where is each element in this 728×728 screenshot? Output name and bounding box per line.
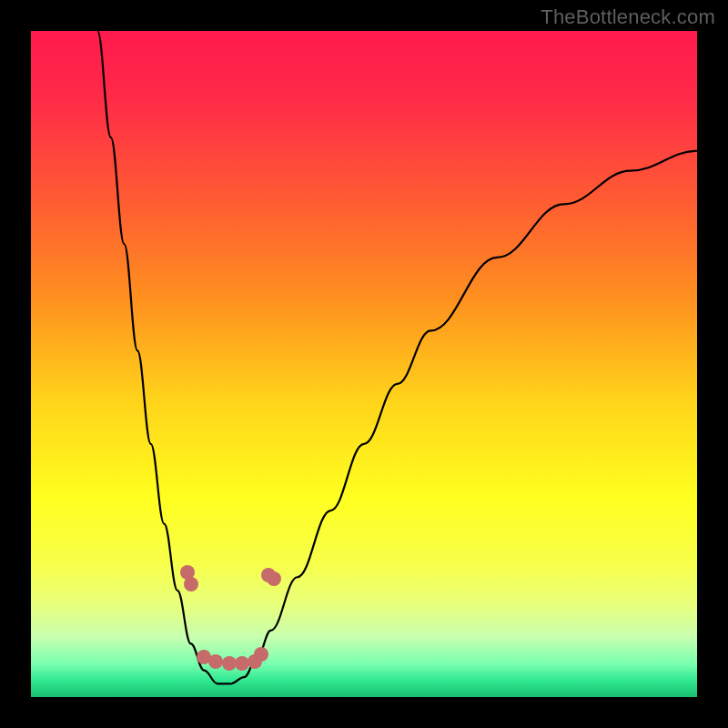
marker-dot [184, 577, 198, 592]
marker-group [180, 565, 281, 671]
marker-dot [267, 571, 281, 586]
marker-dot [208, 654, 223, 669]
marker-dot [254, 647, 268, 662]
bottleneck-curve [31, 31, 697, 697]
chart-frame: TheBottleneck.com [0, 0, 728, 728]
plot-area [31, 31, 697, 697]
watermark-text: TheBottleneck.com [541, 5, 715, 29]
marker-dot [222, 656, 237, 671]
marker-dot [235, 656, 249, 671]
